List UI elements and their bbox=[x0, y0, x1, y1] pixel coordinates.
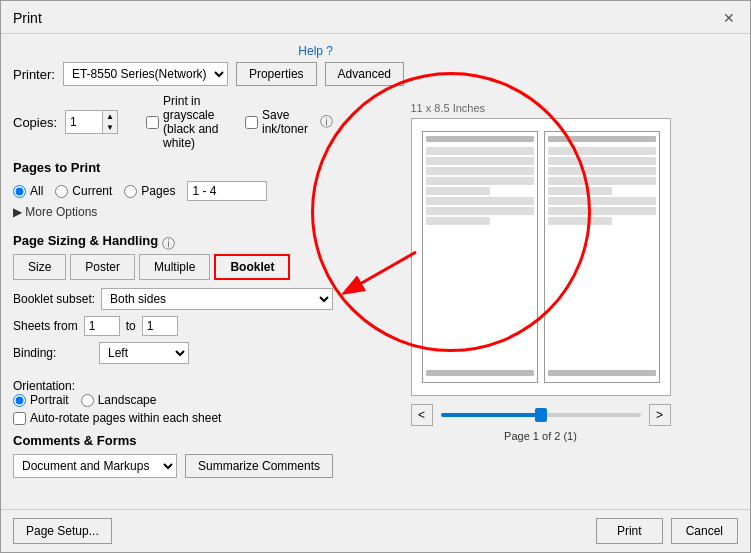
copies-down-button[interactable]: ▼ bbox=[103, 122, 117, 133]
saveink-checkbox-label[interactable]: Save ink/toner bbox=[245, 108, 308, 136]
print-dialog: Print ✕ Help ? Printer: ET-8550 Series(N… bbox=[0, 0, 751, 553]
copies-right: Print in grayscale (black and white) Sav… bbox=[146, 94, 333, 150]
sheets-to-input[interactable] bbox=[142, 316, 178, 336]
copies-label: Copies: bbox=[13, 115, 57, 130]
print-button[interactable]: Print bbox=[596, 518, 663, 544]
current-radio[interactable] bbox=[55, 185, 68, 198]
binding-row: Binding: Left Right bbox=[13, 342, 333, 364]
bottom-right-buttons: Print Cancel bbox=[596, 518, 738, 544]
next-page-button[interactable]: > bbox=[649, 404, 671, 426]
grayscale-label: Print in grayscale (black and white) bbox=[163, 94, 233, 150]
portrait-radio[interactable] bbox=[13, 394, 26, 407]
pages-section: Pages to Print All Current Pages bbox=[13, 160, 333, 225]
printer-label: Printer: bbox=[13, 67, 55, 82]
poster-tab[interactable]: Poster bbox=[70, 254, 135, 280]
summarize-button[interactable]: Summarize Comments bbox=[185, 454, 333, 478]
pages-section-title: Pages to Print bbox=[13, 160, 333, 175]
page-slider-track bbox=[441, 413, 541, 417]
comments-section: Comments & Forms Document and Markups Do… bbox=[13, 433, 333, 478]
auto-rotate-checkbox[interactable] bbox=[13, 412, 26, 425]
properties-button[interactable]: Properties bbox=[236, 62, 317, 86]
booklet-subset-select[interactable]: Both sides Front side only Back side onl… bbox=[101, 288, 333, 310]
preview-inner bbox=[412, 119, 670, 395]
page-nav: < > bbox=[411, 404, 671, 426]
more-options[interactable]: ▶ More Options bbox=[13, 205, 333, 219]
copies-row: Copies: ▲ ▼ Print in grayscale (black an… bbox=[13, 94, 333, 150]
copies-input[interactable] bbox=[66, 111, 102, 133]
auto-rotate-text: Auto-rotate pages within each sheet bbox=[30, 411, 221, 425]
mini-row-group-right bbox=[548, 147, 656, 365]
all-label: All bbox=[30, 184, 43, 198]
help-link[interactable]: Help ? bbox=[298, 44, 333, 58]
all-radio[interactable] bbox=[13, 185, 26, 198]
right-panel: 11 x 8.5 Inches bbox=[343, 44, 738, 499]
binding-select[interactable]: Left Right bbox=[99, 342, 189, 364]
page-label: Page 1 of 2 (1) bbox=[504, 430, 577, 442]
landscape-label: Landscape bbox=[98, 393, 157, 407]
sheets-row: Sheets from to bbox=[13, 316, 333, 336]
current-radio-label[interactable]: Current bbox=[55, 184, 112, 198]
orientation-label: Orientation: bbox=[13, 379, 75, 393]
orientation-row: Portrait Landscape bbox=[13, 393, 333, 407]
sheets-from-input[interactable] bbox=[84, 316, 120, 336]
sizing-section: Page Sizing & Handling ⓘ Size Poster Mul… bbox=[13, 233, 333, 370]
landscape-radio[interactable] bbox=[81, 394, 94, 407]
grayscale-checkbox-label[interactable]: Print in grayscale (black and white) bbox=[146, 94, 233, 150]
landscape-radio-label[interactable]: Landscape bbox=[81, 393, 157, 407]
sizing-tabs: Size Poster Multiple Booklet bbox=[13, 254, 333, 280]
portrait-radio-label[interactable]: Portrait bbox=[13, 393, 69, 407]
booklet-subset-row: Booklet subset: Both sides Front side on… bbox=[13, 288, 333, 310]
grayscale-checkbox[interactable] bbox=[146, 116, 159, 129]
mini-row-group bbox=[426, 147, 534, 365]
multiple-tab[interactable]: Multiple bbox=[139, 254, 210, 280]
sizing-section-label: Page Sizing & Handling ⓘ bbox=[13, 233, 333, 254]
page-thumb bbox=[535, 408, 547, 422]
page-setup-button[interactable]: Page Setup... bbox=[13, 518, 112, 544]
printer-select[interactable]: ET-8550 Series(Network) bbox=[63, 62, 228, 86]
title-bar: Print ✕ bbox=[1, 1, 750, 34]
all-radio-label[interactable]: All bbox=[13, 184, 43, 198]
comments-select[interactable]: Document and Markups Document Document a… bbox=[13, 454, 177, 478]
preview-image bbox=[411, 118, 671, 396]
page-label-text: Page 1 of 2 (1) bbox=[504, 430, 577, 442]
mini-page-right bbox=[544, 131, 660, 383]
spinner-buttons: ▲ ▼ bbox=[102, 111, 117, 133]
sheets-from-label: Sheets from bbox=[13, 319, 78, 333]
portrait-label: Portrait bbox=[30, 393, 69, 407]
saveink-info-icon: ⓘ bbox=[320, 113, 333, 131]
current-label: Current bbox=[72, 184, 112, 198]
pages-label: Pages bbox=[141, 184, 175, 198]
saveink-label: Save ink/toner bbox=[262, 108, 308, 136]
pages-range-input[interactable] bbox=[187, 181, 267, 201]
sizing-title: Page Sizing & Handling bbox=[13, 233, 158, 248]
preview-size-label: 11 x 8.5 Inches bbox=[411, 102, 486, 114]
preview-area: 11 x 8.5 Inches bbox=[391, 102, 691, 442]
mini-page-left bbox=[422, 131, 538, 383]
pages-radio-label[interactable]: Pages bbox=[124, 184, 175, 198]
printer-row: Printer: ET-8550 Series(Network) Propert… bbox=[13, 62, 333, 86]
pages-radio[interactable] bbox=[124, 185, 137, 198]
left-panel: Help ? Printer: ET-8550 Series(Network) … bbox=[13, 44, 333, 499]
booklet-tab[interactable]: Booklet bbox=[214, 254, 290, 280]
comments-section-title: Comments & Forms bbox=[13, 433, 333, 448]
copies-input-wrap: ▲ ▼ bbox=[65, 110, 118, 134]
binding-label: Binding: bbox=[13, 346, 93, 360]
comments-row: Document and Markups Document Document a… bbox=[13, 454, 333, 478]
auto-rotate-label[interactable]: Auto-rotate pages within each sheet bbox=[13, 411, 333, 425]
close-button[interactable]: ✕ bbox=[720, 9, 738, 27]
booklet-subset-label: Booklet subset: bbox=[13, 292, 95, 306]
copies-up-button[interactable]: ▲ bbox=[103, 111, 117, 122]
sheets-to-label: to bbox=[126, 319, 136, 333]
orientation-section: Orientation: Portrait Landscape Auto-rot… bbox=[13, 378, 333, 425]
dialog-title: Print bbox=[13, 10, 42, 26]
size-tab[interactable]: Size bbox=[13, 254, 66, 280]
top-right-row: Help ? bbox=[13, 44, 333, 58]
cancel-button[interactable]: Cancel bbox=[671, 518, 738, 544]
sizing-info-icon: ⓘ bbox=[162, 235, 175, 253]
svg-line-1 bbox=[346, 252, 416, 292]
bottom-bar: Page Setup... Print Cancel bbox=[1, 509, 750, 552]
prev-page-button[interactable]: < bbox=[411, 404, 433, 426]
mini-line bbox=[426, 136, 534, 142]
page-slider[interactable] bbox=[441, 413, 641, 417]
saveink-checkbox[interactable] bbox=[245, 116, 258, 129]
